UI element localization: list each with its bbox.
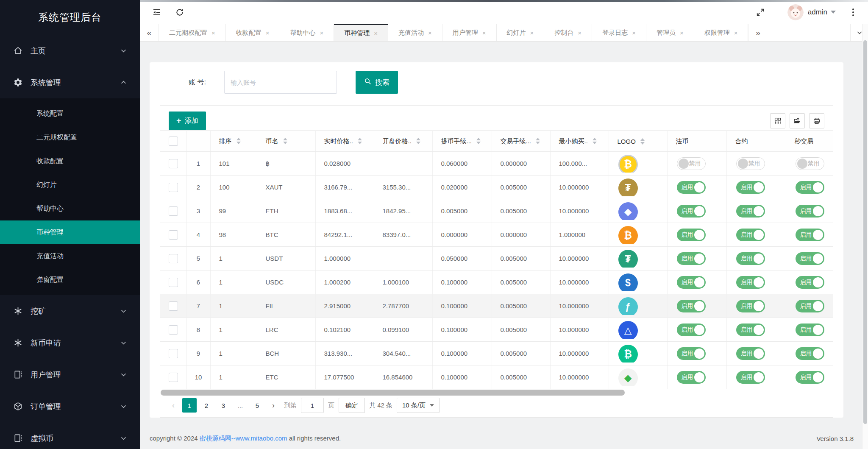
sidebar-group[interactable]: 挖矿	[0, 295, 140, 327]
row-checkbox[interactable]	[169, 325, 178, 335]
tab[interactable]: 控制台 ×	[544, 24, 592, 41]
row-checkbox[interactable]	[169, 301, 178, 311]
toggle-on[interactable]: 启用	[736, 252, 765, 265]
tab[interactable]: 帮助中心 ×	[280, 24, 334, 41]
tab-close-icon[interactable]: ×	[578, 30, 581, 36]
toggle-on[interactable]: 启用	[796, 300, 824, 312]
tab[interactable]: 权限管理 ×	[694, 24, 748, 41]
toggle-on[interactable]: 启用	[796, 371, 824, 384]
vertical-scrollbar[interactable]	[862, 24, 868, 449]
toggle-on[interactable]: 启用	[736, 347, 765, 360]
tab[interactable]: 幻灯片 ×	[497, 24, 545, 41]
row-checkbox[interactable]	[169, 206, 178, 216]
toggle-on[interactable]: 启用	[796, 252, 824, 265]
avatar[interactable]	[787, 4, 804, 20]
username[interactable]: admin	[808, 8, 827, 17]
tabs-scroll-right-icon[interactable]: »	[748, 24, 767, 41]
row-checkbox[interactable]	[169, 349, 178, 358]
tab-close-icon[interactable]: ×	[428, 30, 432, 36]
sort-icon[interactable]	[283, 138, 287, 144]
toggle-on[interactable]: 启用	[677, 347, 706, 360]
sort-icon[interactable]	[640, 138, 645, 145]
sidebar-subitem[interactable]: 弹窗配置	[0, 268, 140, 292]
toggle-on[interactable]: 启用	[677, 300, 706, 312]
sidebar-group[interactable]: 订单管理	[0, 390, 140, 422]
sidebar-subitem[interactable]: 二元期权配置	[0, 125, 140, 149]
sort-icon[interactable]	[358, 138, 362, 144]
toggle-on[interactable]: 启用	[677, 205, 706, 218]
per-page-select[interactable]: 10 条/页	[397, 398, 440, 413]
sidebar-group[interactable]: 系统管理	[0, 67, 140, 98]
page-number-button[interactable]: 3	[216, 398, 231, 413]
sidebar-group[interactable]: 虚拟币	[0, 422, 140, 449]
search-button[interactable]: 搜索	[356, 71, 398, 94]
sidebar-group[interactable]: 主页	[0, 35, 140, 67]
horizontal-scrollbar-thumb[interactable]	[161, 390, 625, 396]
toggle-on[interactable]: 启用	[796, 229, 824, 241]
toggle-on[interactable]: 启用	[677, 324, 706, 336]
print-icon[interactable]	[809, 113, 824, 128]
sidebar-subitem[interactable]: 币种管理	[0, 220, 140, 244]
row-checkbox[interactable]	[169, 183, 178, 192]
sort-icon[interactable]	[416, 138, 420, 144]
page-number-button[interactable]: 1	[182, 398, 197, 413]
tab-close-icon[interactable]: ×	[482, 30, 486, 36]
toggle-on[interactable]: 启用	[677, 181, 706, 194]
tab[interactable]: 收款配置 ×	[226, 24, 280, 41]
toggle-on[interactable]: 启用	[677, 371, 706, 384]
toggle-on[interactable]: 启用	[736, 324, 765, 336]
page-number-button[interactable]: 2	[199, 398, 214, 413]
footer-link[interactable]: 蜜桃源码网--www.mitaobo.com	[200, 435, 287, 442]
row-checkbox[interactable]	[169, 278, 178, 287]
row-checkbox[interactable]	[169, 254, 178, 263]
select-all-checkbox[interactable]	[169, 137, 178, 146]
toggle-on[interactable]: 启用	[736, 371, 765, 384]
toggle-on[interactable]: 启用	[796, 324, 824, 336]
tab-close-icon[interactable]: ×	[266, 30, 270, 36]
tab[interactable]: 充值活动 ×	[388, 24, 442, 41]
tab[interactable]: 二元期权配置 ×	[159, 24, 226, 41]
toggle-on[interactable]: 启用	[677, 252, 706, 265]
tabs-scroll-left-icon[interactable]: «	[140, 24, 159, 41]
tab-close-icon[interactable]: ×	[734, 30, 738, 36]
sort-icon[interactable]	[236, 138, 241, 144]
row-checkbox[interactable]	[169, 373, 178, 382]
sort-icon[interactable]	[593, 138, 597, 144]
toggle-on[interactable]: 启用	[736, 229, 765, 241]
account-input[interactable]	[224, 71, 337, 94]
vertical-scrollbar-thumb[interactable]	[863, 40, 867, 424]
horizontal-scrollbar[interactable]	[160, 389, 833, 396]
sidebar-group[interactable]: 新币申请	[0, 327, 140, 359]
toggle-on[interactable]: 启用	[677, 276, 706, 289]
prev-page-button[interactable]: ‹	[167, 398, 180, 413]
goto-page-input[interactable]	[301, 398, 324, 413]
tab-close-icon[interactable]: ×	[632, 30, 636, 36]
tab-close-icon[interactable]: ×	[320, 30, 324, 36]
toggle-on[interactable]: 启用	[736, 276, 765, 289]
toggle-off[interactable]: 禁用	[736, 157, 765, 170]
toggle-on[interactable]: 启用	[677, 229, 706, 241]
tab[interactable]: 币种管理 ×	[334, 24, 388, 41]
toggle-on[interactable]: 启用	[796, 276, 824, 289]
row-checkbox[interactable]	[169, 230, 178, 240]
sidebar-subitem[interactable]: 充值活动	[0, 244, 140, 268]
tab-close-icon[interactable]: ×	[530, 30, 534, 36]
add-button[interactable]: + 添加	[169, 112, 206, 130]
toggle-on[interactable]: 启用	[796, 347, 824, 360]
toggle-on[interactable]: 启用	[796, 181, 824, 194]
sidebar-subitem[interactable]: 系统配置	[0, 102, 140, 125]
refresh-icon[interactable]	[173, 6, 186, 19]
sort-icon[interactable]	[476, 138, 481, 144]
tab-close-icon[interactable]: ×	[680, 30, 684, 36]
toggle-on[interactable]: 启用	[736, 205, 765, 218]
sidebar-subitem[interactable]: 幻灯片	[0, 173, 140, 197]
sort-icon[interactable]	[536, 138, 540, 144]
toggle-on[interactable]: 启用	[736, 300, 765, 312]
confirm-button[interactable]: 确定	[339, 398, 365, 413]
row-checkbox[interactable]	[169, 159, 178, 168]
toggle-off[interactable]: 禁用	[796, 157, 824, 170]
sidebar-subitem[interactable]: 帮助中心	[0, 197, 140, 220]
more-menu-icon[interactable]	[848, 7, 859, 18]
columns-icon[interactable]	[770, 113, 785, 128]
user-dropdown-caret-icon[interactable]	[831, 11, 836, 14]
